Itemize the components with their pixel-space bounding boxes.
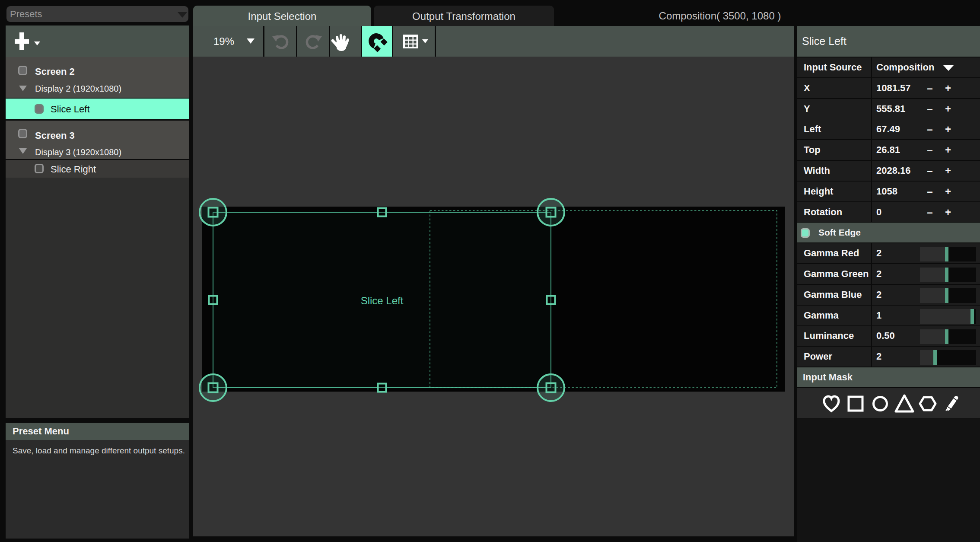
svg-text:Slice Left: Slice Left — [361, 295, 404, 306]
